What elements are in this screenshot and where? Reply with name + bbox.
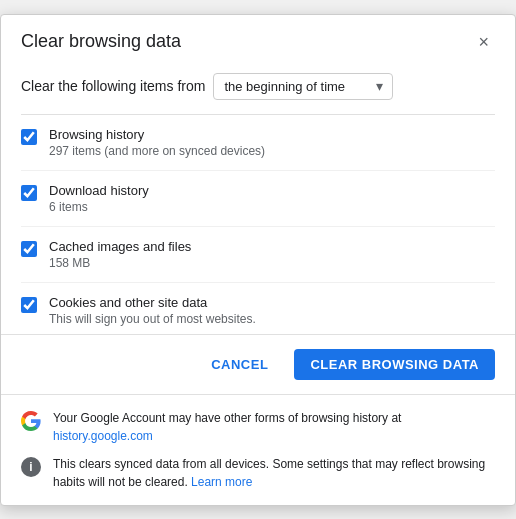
google-account-text: Your Google Account may have other forms… — [53, 411, 401, 425]
time-range-select[interactable]: the past hour the past day the past week… — [213, 73, 393, 100]
google-icon — [21, 411, 41, 431]
cookies-checkbox-wrapper[interactable] — [21, 297, 37, 317]
cancel-button[interactable]: CANCEL — [195, 349, 284, 380]
info-section: Your Google Account may have other forms… — [1, 394, 515, 505]
download-history-sub: 6 items — [49, 200, 495, 214]
cookies-checkbox[interactable] — [21, 297, 37, 313]
dialog-header: Clear browsing data × — [1, 15, 515, 63]
dialog-footer: CANCEL CLEAR BROWSING DATA — [1, 334, 515, 394]
cached-images-checkbox-wrapper[interactable] — [21, 241, 37, 261]
checkbox-list: Browsing history 297 items (and more on … — [21, 114, 495, 334]
list-item: Cached images and files 158 MB — [21, 227, 495, 283]
list-item: Download history 6 items — [21, 171, 495, 227]
browsing-history-checkbox-wrapper[interactable] — [21, 129, 37, 149]
clear-browsing-data-dialog: Clear browsing data × Clear the followin… — [0, 14, 516, 506]
google-account-info-row: Your Google Account may have other forms… — [21, 409, 495, 445]
list-item: Cookies and other site data This will si… — [21, 283, 495, 334]
time-range-row: Clear the following items from the past … — [21, 63, 495, 114]
time-range-label: Clear the following items from — [21, 78, 205, 94]
cached-images-label: Cached images and files — [49, 239, 495, 254]
cookies-label: Cookies and other site data — [49, 295, 495, 310]
download-history-label: Download history — [49, 183, 495, 198]
cookies-sub: This will sign you out of most websites. — [49, 312, 495, 326]
browsing-history-sub: 297 items (and more on synced devices) — [49, 144, 495, 158]
synced-data-info-row: i This clears synced data from all devic… — [21, 455, 495, 491]
download-history-checkbox[interactable] — [21, 185, 37, 201]
cached-images-checkbox[interactable] — [21, 241, 37, 257]
synced-data-info-text: This clears synced data from all devices… — [53, 455, 495, 491]
synced-text: This clears synced data from all devices… — [53, 457, 485, 489]
learn-more-link[interactable]: Learn more — [191, 475, 252, 489]
browsing-history-label: Browsing history — [49, 127, 495, 142]
list-item: Browsing history 297 items (and more on … — [21, 115, 495, 171]
browsing-history-text: Browsing history 297 items (and more on … — [49, 127, 495, 158]
google-account-info-text: Your Google Account may have other forms… — [53, 409, 401, 445]
download-history-text: Download history 6 items — [49, 183, 495, 214]
cached-images-sub: 158 MB — [49, 256, 495, 270]
download-history-checkbox-wrapper[interactable] — [21, 185, 37, 205]
cached-images-text: Cached images and files 158 MB — [49, 239, 495, 270]
history-google-link[interactable]: history.google.com — [53, 429, 153, 443]
clear-browsing-data-button[interactable]: CLEAR BROWSING DATA — [294, 349, 495, 380]
dialog-title: Clear browsing data — [21, 31, 181, 52]
time-range-select-wrapper[interactable]: the past hour the past day the past week… — [213, 73, 393, 100]
dialog-body: Clear the following items from the past … — [1, 63, 515, 334]
info-icon: i — [21, 457, 41, 477]
browsing-history-checkbox[interactable] — [21, 129, 37, 145]
cookies-text: Cookies and other site data This will si… — [49, 295, 495, 326]
close-button[interactable]: × — [472, 31, 495, 53]
